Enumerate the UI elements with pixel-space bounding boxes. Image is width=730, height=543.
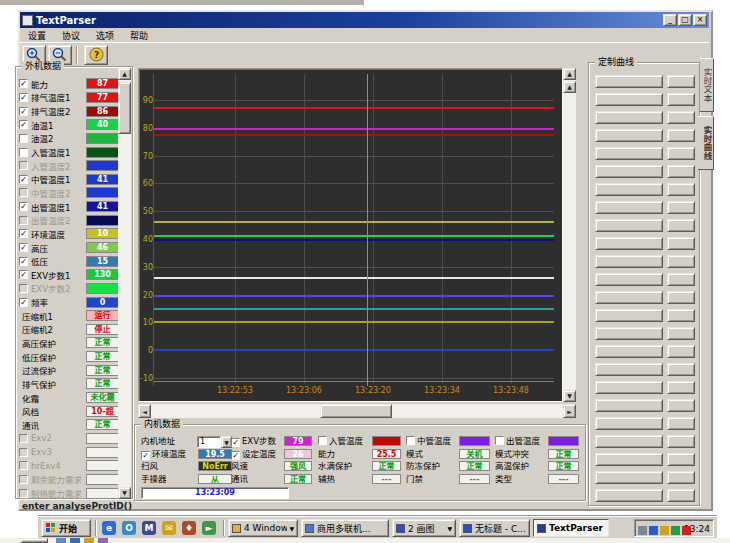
- curve-color-button[interactable]: [667, 291, 695, 304]
- curve-color-button[interactable]: [667, 147, 695, 160]
- curve-slot-button[interactable]: [595, 93, 663, 106]
- antivirus-icon[interactable]: [671, 526, 680, 535]
- curve-slot-button[interactable]: [595, 453, 663, 466]
- checkbox-EXV步数1[interactable]: ✓: [19, 270, 28, 279]
- curve-color-button[interactable]: [667, 273, 695, 286]
- checkbox-hrExv4[interactable]: [19, 461, 28, 470]
- checkbox-高压[interactable]: ✓: [19, 243, 28, 252]
- checkbox-油温1[interactable]: ✓: [19, 120, 28, 129]
- checkbox-入管温度2[interactable]: [19, 161, 28, 170]
- menu-item-协议[interactable]: 协议: [54, 28, 88, 43]
- media-icon[interactable]: ►: [202, 521, 216, 535]
- curve-slot-button[interactable]: [595, 219, 663, 232]
- network-icon[interactable]: [649, 526, 658, 535]
- curve-slot-button[interactable]: [595, 345, 663, 358]
- scroll-down-arrow[interactable]: ▼: [118, 487, 131, 499]
- dropdown-arrow-icon[interactable]: ▼: [445, 525, 452, 532]
- scroll-up-arrow[interactable]: ▲: [118, 68, 131, 80]
- checkbox-入管温度1[interactable]: [19, 148, 28, 157]
- help-button[interactable]: ?: [84, 45, 108, 65]
- curve-slot-button[interactable]: [595, 273, 663, 286]
- curve-color-button[interactable]: [667, 453, 695, 466]
- checkbox-出管温度[interactable]: [495, 436, 504, 445]
- checkbox-中管温度[interactable]: [406, 436, 415, 445]
- curve-color-button[interactable]: [667, 327, 695, 340]
- chart-vscrollbar[interactable]: ▲ ▲ ▼: [563, 68, 576, 402]
- tab-实时曲线[interactable]: 实时曲线: [698, 116, 714, 170]
- curve-slot-button[interactable]: [595, 129, 663, 142]
- indoor-address-select[interactable]: 1: [197, 436, 221, 448]
- taskbar-button-无标题 - C...[interactable]: 无标题 - C...: [459, 519, 530, 537]
- checkbox-剩余能力需求[interactable]: [19, 475, 28, 484]
- curve-color-button[interactable]: [667, 309, 695, 322]
- chart-scroll-right-arrow[interactable]: ►: [563, 404, 576, 418]
- curve-color-button[interactable]: [667, 75, 695, 88]
- scrollbar-thumb[interactable]: [118, 82, 131, 134]
- checkbox-Exv3[interactable]: [19, 448, 28, 457]
- curve-slot-button[interactable]: [595, 237, 663, 250]
- curve-slot-button[interactable]: [595, 399, 663, 412]
- checkbox-入管温度[interactable]: [318, 436, 327, 445]
- curve-color-button[interactable]: [667, 471, 695, 484]
- menu-item-选项[interactable]: 选项: [88, 28, 122, 43]
- chart-scroll-down-arrow[interactable]: ▼: [563, 390, 576, 402]
- chart-scroll-left-arrow[interactable]: ◄: [138, 404, 151, 418]
- checkbox-排气温度2[interactable]: ✓: [19, 107, 28, 116]
- curve-color-button[interactable]: [667, 219, 695, 232]
- curve-color-button[interactable]: [667, 489, 695, 502]
- curve-slot-button[interactable]: [595, 75, 663, 88]
- checkbox-环境温度[interactable]: ✓: [141, 451, 150, 460]
- checkbox-低压[interactable]: ✓: [19, 257, 28, 266]
- curve-slot-button[interactable]: [595, 255, 663, 268]
- checkbox-设定温度[interactable]: ✓: [231, 451, 240, 460]
- checkbox-中管温度1[interactable]: ✓: [19, 175, 28, 184]
- curve-slot-button[interactable]: [595, 201, 663, 214]
- checkbox-能力[interactable]: ✓: [19, 79, 28, 88]
- chart-hscroll-thumb[interactable]: [320, 404, 392, 418]
- maximize-button[interactable]: ▢: [678, 14, 692, 26]
- tab-实时文本[interactable]: 实时文本: [700, 58, 714, 112]
- checkbox-频率[interactable]: ✓: [19, 298, 28, 307]
- curve-slot-button[interactable]: [595, 165, 663, 178]
- checkbox-油温2[interactable]: [19, 134, 28, 143]
- curve-slot-button[interactable]: [595, 327, 663, 340]
- curve-color-button[interactable]: [667, 381, 695, 394]
- checkbox-出管温度2[interactable]: [19, 216, 28, 225]
- curve-slot-button[interactable]: [595, 471, 663, 484]
- chart-scroll-up2-arrow[interactable]: ▲: [563, 81, 576, 93]
- curve-color-button[interactable]: [667, 183, 695, 196]
- curve-color-button[interactable]: [667, 111, 695, 124]
- curve-slot-button[interactable]: [595, 111, 663, 124]
- curve-slot-button[interactable]: [595, 489, 663, 502]
- curve-slot-button[interactable]: [595, 381, 663, 394]
- alert-icon[interactable]: [682, 526, 691, 535]
- checkbox-Exv2[interactable]: [19, 434, 28, 443]
- plot-area[interactable]: 9080706050403020100-1013:22:5313:23:0613…: [140, 70, 561, 400]
- title-bar[interactable]: TextParser _ ▢ ×: [20, 12, 709, 28]
- curve-color-button[interactable]: [667, 93, 695, 106]
- browser-icon[interactable]: O: [122, 521, 136, 535]
- mail-icon[interactable]: ✉: [162, 521, 176, 535]
- menu-item-设置[interactable]: 设置: [20, 28, 54, 43]
- taskbar-button-TextParser[interactable]: TextParser: [533, 519, 609, 537]
- printer-icon[interactable]: [638, 526, 647, 535]
- curve-slot-button[interactable]: [595, 309, 663, 322]
- curve-color-button[interactable]: [667, 201, 695, 214]
- curve-color-button[interactable]: [667, 435, 695, 448]
- curve-color-button[interactable]: [667, 417, 695, 430]
- taskbar-button-商用多联机...[interactable]: 商用多联机...: [301, 519, 389, 537]
- chart-scroll-up-arrow[interactable]: ▲: [563, 68, 576, 80]
- curve-color-button[interactable]: [667, 345, 695, 358]
- menu-item-帮助[interactable]: 帮助: [122, 28, 156, 43]
- security-icon[interactable]: ♦: [182, 521, 196, 535]
- time-cursor-line[interactable]: [367, 74, 368, 386]
- checkbox-EXV步数[interactable]: ✓: [231, 438, 240, 447]
- curve-slot-button[interactable]: [595, 417, 663, 430]
- minimize-button[interactable]: _: [663, 14, 677, 26]
- curve-color-button[interactable]: [667, 237, 695, 250]
- checkbox-出管温度1[interactable]: ✓: [19, 202, 28, 211]
- curve-slot-button[interactable]: [595, 147, 663, 160]
- curve-slot-button[interactable]: [595, 183, 663, 196]
- ie-icon[interactable]: e: [102, 521, 116, 535]
- curve-color-button[interactable]: [667, 363, 695, 376]
